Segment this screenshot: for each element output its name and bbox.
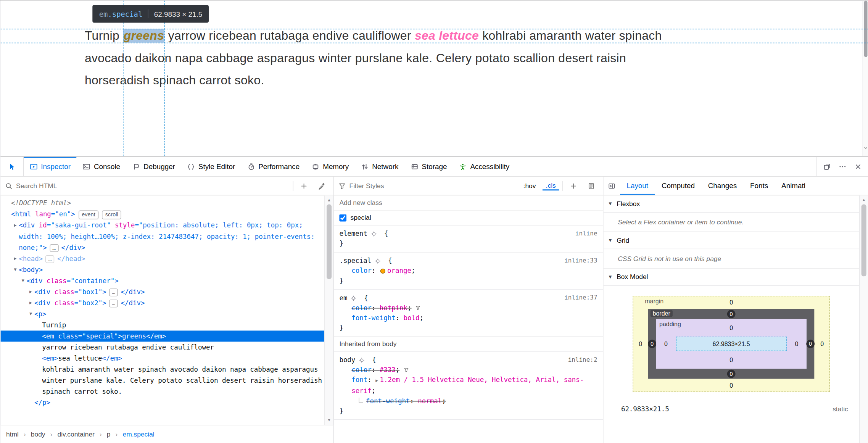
- color-swatch[interactable]: [380, 269, 385, 274]
- border-top-value[interactable]: 0: [727, 310, 736, 318]
- node-p[interactable]: ▼<p>: [0, 308, 324, 319]
- sidebar-toggle-icon[interactable]: [603, 177, 620, 195]
- overridden-funnel-icon[interactable]: [415, 305, 421, 311]
- rule-selector[interactable]: element: [339, 229, 367, 238]
- node-p-close[interactable]: </p>: [0, 397, 324, 408]
- border-bottom-value[interactable]: 0: [727, 370, 736, 378]
- expand-twisty-icon[interactable]: ▶: [11, 253, 19, 264]
- tab-overflow-chevron-icon[interactable]: [859, 177, 868, 195]
- filter-styles-input[interactable]: [349, 182, 517, 190]
- toggle-classes-button[interactable]: .cls: [543, 181, 559, 190]
- grid-section-header[interactable]: ▼Grid: [603, 232, 859, 249]
- breadcrumb-item-html[interactable]: html: [6, 430, 19, 438]
- node-div-container[interactable]: ▼<div class="container">: [0, 275, 324, 286]
- tab-performance[interactable]: Performance: [241, 157, 306, 176]
- declaration-color[interactable]: color: hotpink;: [339, 303, 597, 313]
- border-right-value[interactable]: 0: [806, 340, 815, 348]
- markup-scrollbar[interactable]: ▲ ▼: [324, 195, 333, 425]
- node-div-box2[interactable]: ▶<div class="box2">…</div>: [0, 297, 324, 308]
- breadcrumb-item-div.container[interactable]: div.container: [57, 430, 94, 438]
- eyedropper-button[interactable]: [314, 179, 329, 193]
- rule-source-link[interactable]: inline:37: [564, 293, 597, 303]
- node-text-yarrow[interactable]: yarrow ricebean rutabaga endive cauliflo…: [0, 342, 324, 353]
- box-model-section-header[interactable]: ▼Box Model: [603, 269, 859, 286]
- undock-button[interactable]: [819, 159, 835, 174]
- add-node-button[interactable]: [297, 179, 311, 193]
- node-head[interactable]: ▶<head>…</head>: [0, 253, 324, 264]
- margin-left-value[interactable]: 0: [639, 341, 642, 347]
- declaration-color[interactable]: color: orange;: [339, 266, 597, 276]
- collapse-twisty-icon[interactable]: ▼: [11, 264, 19, 275]
- selector-target-icon[interactable]: [351, 295, 357, 301]
- print-simulation-button[interactable]: [584, 179, 599, 193]
- page-scrollbar-thumb[interactable]: [864, 0, 868, 57]
- rule-source-link[interactable]: inline:33: [564, 256, 597, 266]
- border-left-value[interactable]: 0: [648, 340, 656, 348]
- margin-top-value[interactable]: 0: [730, 299, 733, 306]
- margin-bottom-value[interactable]: 0: [730, 382, 733, 388]
- selector-target-icon[interactable]: [359, 357, 365, 363]
- collapse-twisty-icon[interactable]: ▼: [27, 308, 34, 319]
- overridden-funnel-icon[interactable]: [403, 367, 409, 373]
- add-new-class-input[interactable]: [339, 199, 597, 206]
- padding-top-value[interactable]: 0: [730, 324, 733, 331]
- padding-right-value[interactable]: 0: [795, 341, 798, 347]
- sidebar-scrollbar[interactable]: ▲: [859, 195, 868, 443]
- sidebar-tab-fonts[interactable]: Fonts: [744, 177, 775, 195]
- selector-target-icon[interactable]: [375, 258, 381, 264]
- scroll-up-arrow-icon[interactable]: ▲: [860, 198, 868, 201]
- flexbox-section-header[interactable]: ▼Flexbox: [603, 195, 859, 213]
- rule-selector[interactable]: em: [339, 293, 347, 303]
- breadcrumb-item-p[interactable]: p: [107, 430, 111, 438]
- tab-console[interactable]: Console: [77, 157, 126, 176]
- toggle-pseudo-classes-button[interactable]: :hov: [520, 182, 539, 190]
- declaration-font[interactable]: font: ▶1.2em / 1.5 Helvetica Neue, Helve…: [339, 375, 597, 396]
- add-rule-button[interactable]: [566, 179, 581, 193]
- padding-left-value[interactable]: 0: [664, 341, 668, 347]
- node-body[interactable]: ▼<body>: [0, 264, 324, 275]
- chevron-down-icon[interactable]: [863, 143, 868, 153]
- rule-source-link[interactable]: inline: [575, 229, 597, 238]
- scroll-down-arrow-icon[interactable]: ▼: [325, 418, 333, 423]
- rule-selector[interactable]: .special: [339, 256, 371, 266]
- close-devtools-button[interactable]: [850, 159, 866, 174]
- expand-twisty-icon[interactable]: ▶: [11, 220, 19, 231]
- rule-source-link[interactable]: inline:2: [568, 355, 597, 365]
- tab-inspector[interactable]: Inspector: [24, 157, 77, 176]
- rule-selector[interactable]: body: [339, 355, 355, 365]
- declaration-color[interactable]: color: #333;: [339, 365, 597, 375]
- node-div-saka-gui-root[interactable]: ▶<div id="saka-gui-root" style="position…: [0, 220, 324, 253]
- tab-debugger[interactable]: Debugger: [126, 157, 181, 176]
- selector-target-icon[interactable]: [370, 230, 377, 237]
- tab-network[interactable]: Network: [355, 157, 404, 176]
- tab-accessibility[interactable]: Accessibility: [453, 157, 515, 176]
- sidebar-scrollbar-thumb[interactable]: [862, 205, 866, 277]
- sidebar-tab-changes[interactable]: Changes: [701, 177, 743, 195]
- node-picker-button[interactable]: [0, 157, 24, 176]
- node-text-turnip[interactable]: Turnip: [0, 319, 324, 330]
- node-doctype[interactable]: <!DOCTYPE html>: [0, 198, 324, 209]
- search-html-input[interactable]: [16, 182, 290, 190]
- tab-style-editor[interactable]: Style Editor: [181, 157, 241, 176]
- collapse-twisty-icon[interactable]: ▼: [19, 275, 27, 286]
- node-html[interactable]: <html lang="en">eventscroll: [0, 209, 324, 220]
- node-text-kohlrabi[interactable]: kohlrabi amaranth water spinach avocado …: [0, 364, 324, 397]
- menu-button[interactable]: [835, 159, 850, 174]
- node-badge[interactable]: event: [78, 210, 98, 219]
- node-div-box1[interactable]: ▶<div class="box1">…</div>: [0, 286, 324, 297]
- box-model-content-box[interactable]: 62.9833×21.5: [676, 337, 787, 351]
- expand-twisty-icon[interactable]: ▶: [27, 297, 34, 308]
- node-em-special[interactable]: <em class="special">greens</em>: [0, 330, 324, 342]
- margin-right-value[interactable]: 0: [820, 341, 824, 347]
- expand-shorthand-icon[interactable]: ▶: [375, 378, 378, 383]
- breadcrumb-item-body[interactable]: body: [31, 430, 45, 438]
- sidebar-tab-computed[interactable]: Computed: [655, 177, 701, 195]
- scroll-up-arrow-icon[interactable]: ▲: [325, 198, 333, 202]
- node-em-sea-lettuce[interactable]: <em>sea lettuce</em>: [0, 353, 324, 364]
- breadcrumb-item-em.special[interactable]: em.special: [122, 430, 154, 438]
- padding-bottom-value[interactable]: 0: [730, 357, 733, 363]
- class-toggle-checkbox[interactable]: [339, 214, 346, 221]
- expand-twisty-icon[interactable]: ▶: [27, 286, 34, 297]
- tab-storage[interactable]: Storage: [404, 157, 453, 176]
- markup-scrollbar-thumb[interactable]: [327, 205, 332, 279]
